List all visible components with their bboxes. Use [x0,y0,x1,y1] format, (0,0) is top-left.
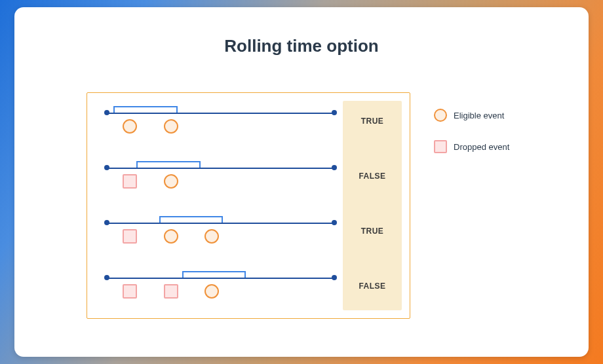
dropped-event-icon [434,140,447,153]
eligible-event-icon [204,284,219,299]
legend-item-eligible: Eligible event [434,109,509,122]
timeline-end-dot [332,220,337,225]
timeline-bar [107,113,334,114]
timeline-start-dot [104,110,109,115]
timeline-end-dot [332,110,337,115]
eligible-event-icon [164,229,178,244]
timeline-start-dot [104,165,109,170]
timeline-row [107,113,334,143]
timeline-bar [107,168,334,169]
dropped-event-icon [123,284,137,299]
result-label: TRUE [343,227,402,236]
eligible-event-icon [164,119,178,134]
timeline-end-dot [332,165,337,170]
eligible-event-icon [123,119,137,134]
rolling-window-bracket [136,161,201,168]
legend-item-dropped: Dropped event [434,140,509,153]
legend-label: Eligible event [454,111,504,120]
legend: Eligible event Dropped event [434,109,509,172]
rolling-window-bracket [182,271,246,278]
dropped-event-icon [123,229,137,244]
dropped-event-icon [123,174,137,189]
timeline-row [107,278,334,308]
diagram-frame: TRUE FALSE TRUE FALSE [87,92,410,319]
result-label: FALSE [343,282,402,291]
timeline-end-dot [332,275,337,280]
result-label: TRUE [343,117,402,126]
eligible-event-icon [164,174,178,189]
dropped-event-icon [164,284,178,299]
eligible-event-icon [434,109,447,122]
timeline-start-dot [104,220,109,225]
timeline-row [107,168,334,198]
result-column: TRUE FALSE TRUE FALSE [343,101,402,310]
card: Rolling time option TRUE FALSE TRUE FALS… [14,7,589,357]
result-label: FALSE [343,172,402,181]
legend-label: Dropped event [454,142,509,152]
timeline-row [107,223,334,253]
background-gradient: Rolling time option TRUE FALSE TRUE FALS… [0,0,603,364]
timeline-bar [107,278,334,279]
rolling-window-bracket [113,106,178,113]
rolling-window-bracket [159,216,224,223]
eligible-event-icon [204,229,219,244]
timeline-start-dot [104,275,109,280]
page-title: Rolling time option [14,36,589,56]
timeline-bar [107,223,334,224]
